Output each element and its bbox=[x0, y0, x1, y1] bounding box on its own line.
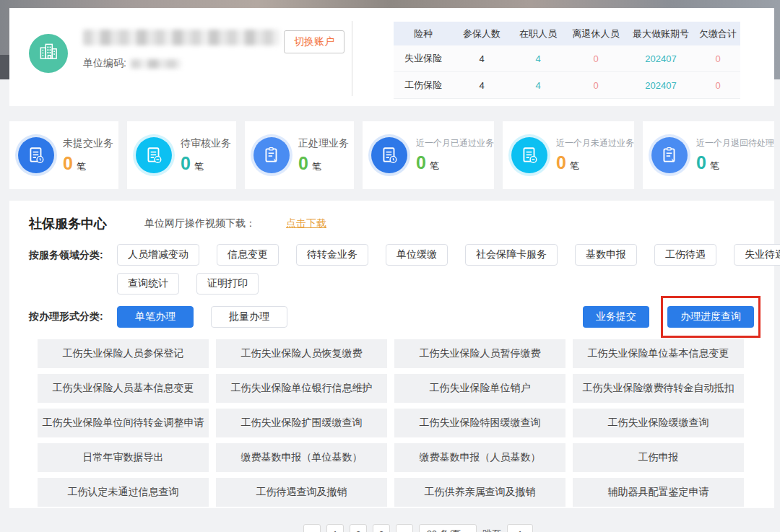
progress-query-button[interactable]: 办理进度查询 bbox=[667, 306, 754, 328]
mode-filter-label: 按办理形式分类: bbox=[29, 310, 117, 323]
status-card-count: 0 bbox=[63, 153, 73, 174]
status-card-rejected-month[interactable]: 近一个月未通过业务 0 笔 bbox=[503, 121, 634, 189]
status-card-label: 近一个月已通过业务 bbox=[416, 137, 494, 149]
service-button[interactable]: 工伤失业保险扩围缓缴查询 bbox=[216, 409, 387, 437]
category-button-cert-print[interactable]: 证明打印 bbox=[196, 273, 259, 295]
status-card-unit: 笔 bbox=[194, 160, 204, 173]
insurance-summary-table: 险种 参保人数 在职人员 离退休人员 最大做账期号 欠缴合计 失业保险 4 4 … bbox=[394, 22, 740, 99]
service-button[interactable]: 工伤失业保险单位银行信息维护 bbox=[216, 374, 387, 403]
category-button-info-change[interactable]: 信息变更 bbox=[217, 244, 279, 266]
cell-insured-count: 4 bbox=[453, 53, 511, 64]
service-button[interactable]: 工伤失业保险缴费待转金自动抵扣 bbox=[573, 374, 744, 403]
video-download-label: 单位网厅操作视频下载： bbox=[144, 217, 256, 230]
col-header: 在职人员 bbox=[511, 27, 566, 40]
service-button[interactable]: 工伤失业保险人员参保登记 bbox=[38, 339, 209, 368]
download-link[interactable]: 点击下载 bbox=[286, 217, 326, 230]
status-card-label: 正处理业务 bbox=[298, 137, 349, 150]
next-page-button[interactable]: › bbox=[396, 524, 413, 532]
status-card-count: 0 bbox=[556, 152, 566, 173]
cell-arrears-total: 0 bbox=[696, 80, 740, 91]
page-title: 社保服务中心 bbox=[29, 215, 107, 232]
page-button-3[interactable]: 3 bbox=[373, 524, 390, 532]
status-card-unit: 笔 bbox=[430, 160, 439, 173]
field-filter-label: 按服务领域分类: bbox=[29, 244, 117, 295]
service-button[interactable]: 工伤失业保险人员基本信息变更 bbox=[38, 374, 209, 403]
status-card-count: 0 bbox=[298, 153, 308, 174]
services-grid: 工伤失业保险人员参保登记 工伤失业保险人员恢复缴费 工伤失业保险人员暂停缴费 工… bbox=[38, 339, 744, 507]
category-button-unemploy-benefit[interactable]: 失业待遇 bbox=[734, 244, 780, 266]
category-button-personnel-change[interactable]: 人员增减变动 bbox=[117, 244, 199, 266]
service-button[interactable]: 工伤失业保险特困缓缴查询 bbox=[394, 409, 566, 437]
business-submit-button[interactable]: 业务提交 bbox=[583, 306, 649, 328]
jump-to-label: 跳至 bbox=[482, 524, 501, 532]
status-card-returned-month[interactable]: 近一个月退回待处理 0 笔 bbox=[643, 121, 774, 189]
col-header: 离退休人员 bbox=[566, 27, 626, 40]
company-name-redacted bbox=[83, 30, 280, 45]
account-summary-card: 切换账户 单位编码: 险种 参保人数 在职人员 离退休人员 最大做账期号 欠缴合… bbox=[9, 8, 774, 106]
service-button[interactable]: 工伤失业保险缓缴查询 bbox=[573, 409, 744, 437]
page-button-2[interactable]: 2 bbox=[350, 524, 367, 532]
service-button[interactable]: 工伤申报 bbox=[573, 443, 744, 472]
col-header: 欠缴合计 bbox=[696, 27, 740, 40]
mode-batch-button[interactable]: 批量办理 bbox=[211, 306, 287, 328]
status-card-unit: 笔 bbox=[710, 160, 719, 173]
status-card-unsubmitted[interactable]: 未提交业务 0 笔 bbox=[9, 121, 118, 189]
service-button[interactable]: 辅助器具配置鉴定申请 bbox=[573, 478, 744, 507]
service-button[interactable]: 工伤认定未通过信息查询 bbox=[38, 478, 209, 507]
switch-account-button[interactable]: 切换账户 bbox=[284, 30, 344, 53]
cell-max-period: 202407 bbox=[626, 53, 696, 64]
cell-active-count: 4 bbox=[511, 53, 566, 64]
status-card-passed-month[interactable]: 近一个月已通过业务 0 笔 bbox=[363, 121, 494, 189]
status-card-label: 待审核业务 bbox=[181, 137, 231, 150]
clipboard-arrow-icon bbox=[254, 137, 290, 173]
pagination: ‹ 1 2 3 › 20 条/页 ▾ 跳至 1 bbox=[303, 524, 533, 532]
status-cards-row: 未提交业务 0 笔 待审核业务 0 笔 正处理业务 0 笔 bbox=[9, 121, 774, 189]
document-minus-icon bbox=[511, 137, 547, 173]
clipboard-arrow-icon bbox=[651, 137, 688, 173]
cell-insurance-type: 失业保险 bbox=[394, 52, 453, 65]
unit-code-redacted bbox=[131, 59, 181, 69]
service-button[interactable]: 缴费基数申报（单位基数） bbox=[216, 443, 387, 472]
mode-single-button[interactable]: 单笔办理 bbox=[117, 306, 194, 328]
status-card-label: 近一个月退回待处理 bbox=[696, 137, 774, 149]
col-header: 险种 bbox=[394, 27, 453, 40]
cell-retired-count: 0 bbox=[566, 53, 626, 64]
page-size-value: 20 条/页 bbox=[427, 528, 462, 532]
category-button-unit-deferral[interactable]: 单位缓缴 bbox=[386, 244, 448, 266]
page-size-select[interactable]: 20 条/页 ▾ bbox=[419, 524, 477, 532]
cell-active-count: 4 bbox=[511, 80, 566, 91]
service-button[interactable]: 工伤失业保险单位销户 bbox=[394, 374, 566, 403]
category-button-injury-benefit[interactable]: 工伤待遇 bbox=[654, 244, 716, 266]
service-button[interactable]: 工伤失业保险人员恢复缴费 bbox=[216, 339, 387, 368]
prev-page-button[interactable]: ‹ bbox=[303, 524, 321, 532]
building-icon bbox=[36, 40, 61, 67]
cell-arrears-total: 0 bbox=[696, 53, 740, 64]
status-card-unit: 笔 bbox=[312, 160, 321, 173]
category-button-query-stats[interactable]: 查询统计 bbox=[117, 273, 179, 295]
service-button[interactable]: 工伤供养亲属查询及撤销 bbox=[394, 478, 566, 507]
service-button[interactable]: 工伤失业保险人员暂停缴费 bbox=[394, 339, 566, 368]
col-header: 参保人数 bbox=[453, 27, 511, 40]
category-button-social-card[interactable]: 社会保障卡服务 bbox=[465, 244, 558, 266]
status-card-pending-review[interactable]: 待审核业务 0 笔 bbox=[127, 121, 236, 189]
jump-to-input[interactable]: 1 bbox=[507, 524, 533, 532]
document-clock-icon bbox=[18, 137, 54, 173]
status-card-count: 0 bbox=[181, 153, 191, 174]
table-row: 失业保险 4 4 0 202407 0 bbox=[394, 45, 740, 72]
service-button[interactable]: 缴费基数申报（人员基数） bbox=[394, 443, 566, 472]
status-card-processing[interactable]: 正处理业务 0 笔 bbox=[245, 121, 354, 189]
service-button[interactable]: 日常年审数据导出 bbox=[38, 443, 209, 472]
category-button-base-declare[interactable]: 基数申报 bbox=[575, 244, 637, 266]
vertical-divider bbox=[352, 21, 352, 96]
cell-insurance-type: 工伤保险 bbox=[394, 79, 453, 92]
page-button-1[interactable]: 1 bbox=[326, 524, 344, 532]
status-card-unit: 笔 bbox=[77, 160, 86, 173]
service-center-card: 社保服务中心 单位网厅操作视频下载： 点击下载 按服务领域分类: 人员增减变动 … bbox=[9, 201, 774, 508]
document-clock-icon bbox=[371, 137, 407, 173]
status-card-count: 0 bbox=[416, 152, 426, 173]
service-button[interactable]: 工伤待遇查询及撤销 bbox=[216, 478, 387, 507]
category-button-pending-funds[interactable]: 待转金业务 bbox=[296, 244, 368, 266]
document-minus-icon bbox=[136, 137, 172, 173]
service-button[interactable]: 工伤失业保险单位基本信息变更 bbox=[573, 339, 744, 368]
service-button[interactable]: 工伤失业保险单位间待转金调整申请 bbox=[38, 409, 209, 437]
